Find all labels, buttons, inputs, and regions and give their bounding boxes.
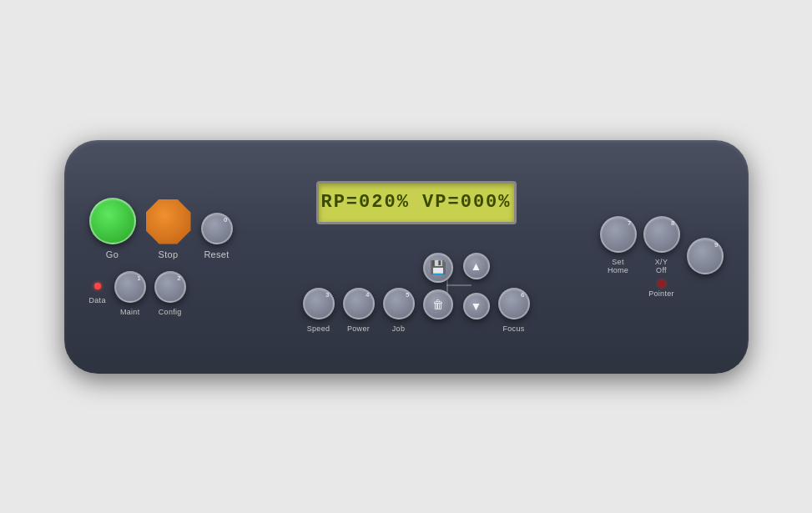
- go-label: Go: [106, 249, 119, 259]
- display-text: RP=020% VP=000%: [320, 192, 511, 213]
- maint-label: Maint: [120, 308, 140, 316]
- sethome-group: 7 Set Home: [600, 216, 637, 274]
- stop-group: Stop: [146, 199, 191, 259]
- go-button[interactable]: [89, 198, 136, 244]
- reset-label: Reset: [204, 249, 229, 259]
- maint-group: 1 Maint: [114, 271, 146, 316]
- trash-button[interactable]: 🗑: [423, 289, 453, 319]
- power-button[interactable]: 4: [343, 288, 375, 319]
- focus-number: 6: [521, 291, 524, 299]
- job-group: 5 Job: [383, 288, 415, 333]
- lcd-display: RP=020% VP=000%: [316, 181, 517, 224]
- down-button[interactable]: ▼: [463, 293, 490, 319]
- speed-button[interactable]: 3: [303, 288, 335, 319]
- pointer-group: 9: [687, 238, 724, 274]
- data-group: Data: [89, 283, 106, 304]
- sethome-label: Set Home: [608, 258, 628, 274]
- control-panel: Go Stop 0 Reset Data: [64, 140, 749, 374]
- pointer-number: 9: [714, 241, 718, 249]
- middle-bottom-buttons: 3 Speed 4 Power 5 Job: [303, 253, 530, 333]
- left-section: Go Stop 0 Reset Data: [89, 198, 233, 316]
- right-top-row: 7 Set Home 8 X/Y Off 9: [600, 216, 724, 274]
- data-led: [94, 283, 101, 289]
- stop-label: Stop: [159, 249, 179, 259]
- speed-group: 3 Speed: [303, 288, 335, 333]
- config-button[interactable]: 2: [154, 271, 186, 303]
- xyoff-number: 8: [671, 219, 674, 227]
- sethome-number: 7: [628, 219, 631, 227]
- job-button[interactable]: 5: [383, 288, 415, 319]
- pointer-button[interactable]: 9: [687, 238, 724, 274]
- go-group: Go: [89, 198, 136, 259]
- right-section: 7 Set Home 8 X/Y Off 9: [600, 216, 724, 298]
- power-group: 4 Power: [343, 288, 375, 333]
- xyoff-group: 8 X/Y Off: [643, 216, 680, 274]
- middle-section: RP=020% VP=000% 3 Speed 4 Power: [243, 181, 590, 333]
- pointer-label: Pointer: [648, 289, 674, 298]
- power-number: 4: [366, 291, 369, 299]
- job-label: Job: [392, 324, 405, 333]
- save-icon: 💾: [430, 259, 446, 275]
- up-button[interactable]: ▲: [463, 253, 490, 279]
- stop-button[interactable]: [146, 199, 191, 244]
- data-label: Data: [89, 296, 106, 304]
- down-arrow-icon: ▼: [471, 299, 482, 313]
- pointer-led-group: Pointer: [648, 279, 674, 298]
- speed-number: 3: [325, 291, 329, 299]
- reset-number: 0: [224, 216, 227, 224]
- config-number: 2: [177, 274, 180, 282]
- power-label: Power: [347, 324, 370, 333]
- top-button-row: Go Stop 0 Reset: [89, 198, 233, 259]
- config-group: 2 Config: [154, 271, 186, 316]
- save-group: 💾: [423, 253, 453, 283]
- xyoff-button[interactable]: 8: [643, 216, 680, 253]
- focus-group: 6 Focus: [498, 288, 530, 333]
- pointer-led: [658, 279, 666, 288]
- bottom-button-row: Data 1 Maint 2 Config: [89, 271, 233, 316]
- maint-number: 1: [137, 274, 140, 282]
- up-arrow-icon: ▲: [471, 259, 482, 273]
- xyoff-label: X/Y Off: [655, 258, 668, 274]
- trash-group: 🗑: [423, 289, 453, 319]
- up-group: ▲: [463, 253, 490, 279]
- config-label: Config: [159, 308, 182, 316]
- reset-group: 0 Reset: [201, 213, 233, 259]
- reset-button[interactable]: 0: [201, 213, 233, 244]
- down-group: ▼: [463, 293, 490, 319]
- speed-label: Speed: [307, 324, 330, 333]
- job-cluster: 💾 🗑 ▲: [423, 253, 490, 319]
- save-button[interactable]: 💾: [423, 253, 453, 283]
- sethome-button[interactable]: 7: [600, 216, 637, 253]
- focus-label: Focus: [502, 324, 524, 333]
- focus-button[interactable]: 6: [498, 288, 530, 319]
- job-number: 5: [406, 291, 409, 299]
- trash-icon: 🗑: [432, 298, 444, 311]
- maint-button[interactable]: 1: [114, 271, 146, 303]
